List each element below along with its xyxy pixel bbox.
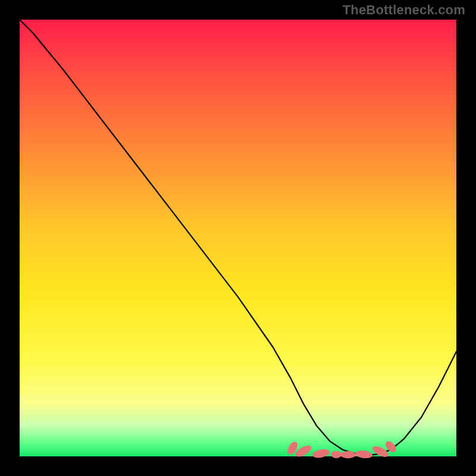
watermark-text: TheBottleneck.com — [343, 2, 465, 18]
curve-marker — [355, 450, 373, 459]
bottleneck-curve — [20, 20, 456, 455]
curve-marker — [331, 451, 342, 458]
curve-marker — [340, 451, 355, 458]
chart-frame: TheBottleneck.com — [0, 0, 476, 476]
curve-marker — [312, 448, 330, 459]
plot-area — [20, 20, 456, 456]
chart-svg — [20, 20, 456, 456]
